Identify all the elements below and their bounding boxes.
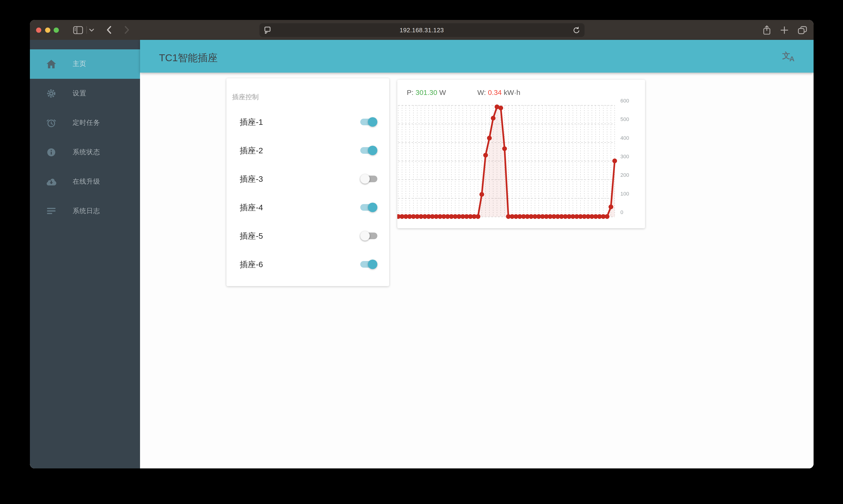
plug-row-3: 插座-3: [227, 169, 389, 189]
plug-toggle-4[interactable]: [360, 203, 377, 212]
plug-card-title: 插座控制: [232, 93, 259, 102]
chevron-down-icon[interactable]: [89, 28, 94, 32]
sidebar-item-system-status[interactable]: 系统状态: [30, 138, 140, 167]
sidebar-item-label: 主页: [73, 60, 86, 68]
sidebar-item-online-upgrade[interactable]: 在线升级: [30, 167, 140, 197]
plug-row-6: 插座-6: [227, 254, 389, 274]
zoom-button[interactable]: [54, 27, 59, 33]
browser-window: 192.168.31.123: [30, 20, 813, 468]
plug-label: 插座-1: [240, 116, 360, 127]
plug-row-5: 插座-5: [227, 226, 389, 246]
page-title: TC1智能插座: [159, 51, 218, 64]
power-chart: 0100200300400500600: [397, 80, 645, 228]
minimize-button[interactable]: [45, 27, 50, 33]
sidebar-item-label: 系统日志: [73, 207, 100, 215]
url-text: 192.168.31.123: [259, 26, 584, 34]
plug-control-card: 插座控制 插座-1 插座-2 插座-3 插座-4: [227, 78, 389, 286]
tab-overview-icon[interactable]: [798, 26, 807, 34]
toolbar-right-group: [763, 20, 807, 40]
sidebar-item-settings[interactable]: 设置: [30, 79, 140, 108]
plug-label: 插座-5: [240, 230, 360, 241]
page-settings-icon[interactable]: [264, 26, 271, 35]
sidebar-item-home[interactable]: 主页: [30, 49, 140, 79]
svg-text:0: 0: [621, 209, 623, 215]
close-button[interactable]: [36, 27, 41, 33]
sidebar-item-label: 系统状态: [73, 148, 100, 157]
gear-icon: [46, 89, 56, 98]
sidebar-item-system-log[interactable]: 系统日志: [30, 197, 140, 226]
svg-text:100: 100: [621, 191, 629, 197]
toggle-knob: [368, 203, 377, 212]
toggle-knob: [360, 174, 370, 184]
browser-toolbar: 192.168.31.123: [30, 20, 813, 40]
sidebar-nav: 主页 设置 定时任务: [30, 40, 140, 226]
plug-toggle-2[interactable]: [360, 146, 377, 155]
reload-icon[interactable]: [572, 26, 580, 36]
url-field[interactable]: 192.168.31.123: [259, 23, 584, 37]
sidebar-item-label: 设置: [73, 89, 86, 98]
plug-toggle-1[interactable]: [360, 117, 377, 127]
toggle-knob: [360, 231, 370, 240]
svg-text:600: 600: [621, 98, 629, 104]
forward-icon[interactable]: [124, 25, 130, 34]
share-icon[interactable]: [763, 25, 771, 35]
plug-label: 插座-6: [240, 259, 360, 270]
plug-row-1: 插座-1: [227, 112, 389, 132]
plug-toggle-3[interactable]: [360, 174, 377, 184]
main-content: 插座控制 插座-1 插座-2 插座-3 插座-4: [140, 73, 813, 468]
sidebar-item-timer-tasks[interactable]: 定时任务: [30, 108, 140, 138]
plug-label: 插座-2: [240, 145, 360, 156]
new-tab-icon[interactable]: [781, 26, 788, 34]
plug-row-2: 插座-2: [227, 141, 389, 160]
svg-text:400: 400: [621, 135, 629, 141]
info-icon: [46, 148, 56, 157]
sidebar-item-label: 定时任务: [73, 119, 100, 127]
toggle-knob: [368, 146, 377, 155]
svg-text:300: 300: [621, 154, 629, 160]
log-lines-icon: [46, 208, 56, 215]
screen: 192.168.31.123: [0, 0, 843, 504]
translate-icon[interactable]: 文 A: [782, 50, 799, 65]
app-frame: 主页 设置 定时任务: [30, 40, 813, 468]
alarm-clock-icon: [46, 118, 56, 128]
svg-text:500: 500: [621, 116, 629, 122]
plug-toggle-5[interactable]: [360, 231, 377, 240]
plug-label: 插座-4: [240, 202, 360, 213]
toolbar-divider: [86, 26, 87, 34]
page-header: TC1智能插座 文 A: [140, 40, 813, 73]
cloud-download-icon: [46, 178, 56, 185]
home-icon: [46, 60, 56, 68]
back-icon[interactable]: [106, 25, 111, 34]
plug-label: 插座-3: [240, 174, 360, 184]
plug-toggle-6[interactable]: [360, 259, 377, 269]
svg-text:200: 200: [621, 172, 629, 178]
toggle-knob: [368, 259, 377, 269]
sidebar-toggle-icon[interactable]: [73, 26, 83, 34]
sidebar-item-label: 在线升级: [73, 178, 100, 186]
toggle-knob: [368, 117, 377, 127]
plug-row-4: 插座-4: [227, 197, 389, 217]
power-chart-card: P: 301.30 W W: 0.34 kW·h 010020030040050…: [397, 80, 645, 228]
sidebar: 主页 设置 定时任务: [30, 40, 140, 468]
traffic-lights: [30, 27, 59, 33]
